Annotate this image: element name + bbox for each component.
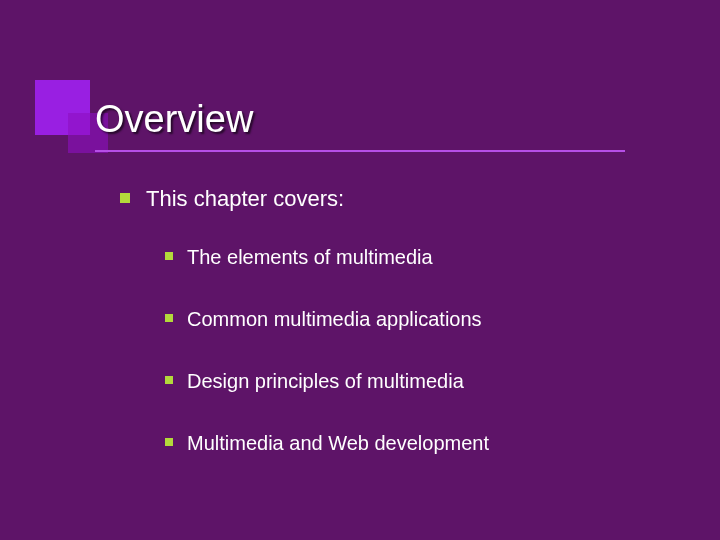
list-item-text: Design principles of multimedia (187, 368, 464, 394)
slide: Overview This chapter covers: The elemen… (0, 0, 720, 540)
list-item-text: This chapter covers: (146, 185, 344, 214)
list-item: This chapter covers: (120, 185, 660, 214)
list-item: Multimedia and Web development (165, 430, 660, 456)
list-item: Design principles of multimedia (165, 368, 660, 394)
list-item-text: The elements of multimedia (187, 244, 433, 270)
slide-title: Overview (95, 98, 253, 141)
list-item: Common multimedia applications (165, 306, 660, 332)
slide-content: This chapter covers: The elements of mul… (120, 185, 660, 492)
square-bullet-icon (165, 438, 173, 446)
title-underline (95, 150, 625, 152)
square-bullet-icon (120, 193, 130, 203)
square-bullet-icon (165, 376, 173, 384)
sublist: The elements of multimedia Common multim… (165, 244, 660, 456)
square-bullet-icon (165, 252, 173, 260)
list-item: The elements of multimedia (165, 244, 660, 270)
list-item-text: Multimedia and Web development (187, 430, 489, 456)
list-item-text: Common multimedia applications (187, 306, 482, 332)
square-bullet-icon (165, 314, 173, 322)
